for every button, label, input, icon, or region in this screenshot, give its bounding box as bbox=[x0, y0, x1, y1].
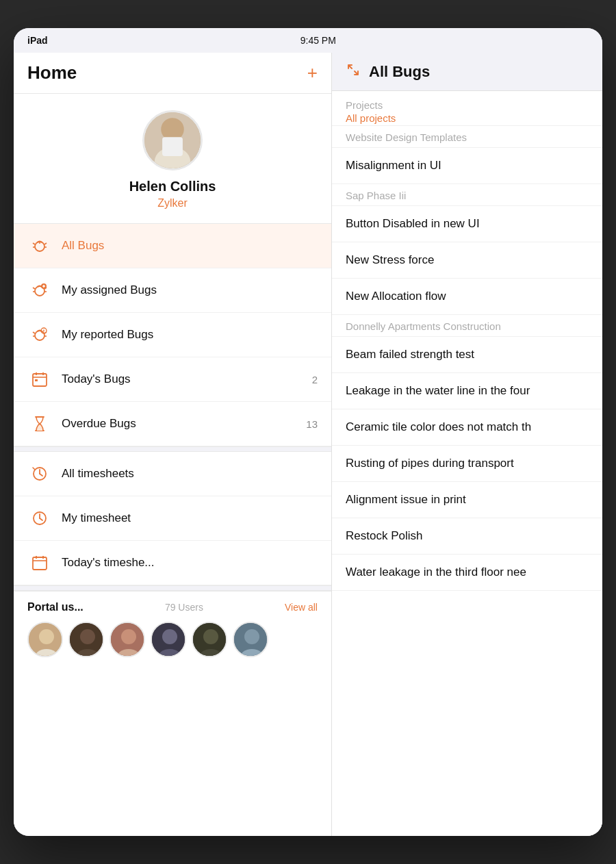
left-header: Home + bbox=[14, 53, 331, 94]
profile-name: Helen Collins bbox=[129, 179, 216, 194]
portal-avatar-2[interactable] bbox=[68, 622, 104, 657]
portal-count: 79 Users bbox=[165, 602, 203, 613]
add-button[interactable]: + bbox=[307, 62, 318, 84]
all-bugs-label: All Bugs bbox=[62, 239, 318, 253]
hourglass-icon bbox=[27, 411, 52, 436]
profile-company: Zylker bbox=[157, 197, 188, 209]
status-bar-left: iPad bbox=[27, 35, 48, 46]
sidebar-item-all-bugs[interactable]: All Bugs bbox=[14, 224, 331, 268]
home-title: Home bbox=[27, 62, 77, 84]
svg-point-42 bbox=[39, 629, 54, 644]
svg-line-33 bbox=[40, 474, 42, 476]
bug-item-beam[interactable]: Beam failed strength test bbox=[332, 337, 602, 373]
todays-bugs-label: Today's Bugs bbox=[62, 372, 312, 386]
bug-title-restock: Restock Polish bbox=[346, 529, 422, 542]
all-timesheets-label: All timesheets bbox=[62, 467, 318, 481]
todays-timesheet-icon bbox=[27, 550, 52, 575]
sidebar-item-overdue-bugs[interactable]: Overdue Bugs 13 bbox=[14, 402, 331, 446]
reported-bug-icon bbox=[27, 322, 52, 347]
bug-item-new-allocation[interactable]: New Allocation flow bbox=[332, 279, 602, 315]
bug-icon bbox=[27, 233, 52, 258]
left-panel: Home + Helen Collins Zylker bbox=[14, 53, 332, 836]
portal-avatar-3[interactable] bbox=[110, 622, 145, 657]
svg-point-45 bbox=[80, 629, 95, 644]
status-bar-time: 9:45 PM bbox=[300, 35, 336, 46]
portal-avatar-6[interactable] bbox=[233, 622, 268, 657]
portal-title: Portal us... bbox=[27, 601, 84, 613]
portal-avatar-4[interactable] bbox=[151, 622, 186, 657]
overdue-bugs-label: Overdue Bugs bbox=[62, 417, 306, 431]
right-panel: All Bugs Projects All projects Website D… bbox=[332, 53, 602, 836]
status-bar: iPad 9:45 PM bbox=[14, 28, 602, 53]
svg-line-5 bbox=[33, 243, 35, 244]
all-projects-link[interactable]: All projects bbox=[346, 112, 589, 124]
my-timesheet-icon bbox=[27, 506, 52, 531]
bug-item-water-leakage-third[interactable]: Water leakage in the third floor nee bbox=[332, 555, 602, 591]
portal-avatar-1[interactable] bbox=[27, 622, 63, 657]
svg-point-48 bbox=[121, 629, 136, 644]
sidebar-item-my-timesheet[interactable]: My timesheet bbox=[14, 496, 331, 541]
bug-item-misalignment[interactable]: Misalignment in UI bbox=[332, 148, 602, 184]
sidebar-item-my-assigned-bugs[interactable]: My assigned Bugs bbox=[14, 268, 331, 313]
svg-line-7 bbox=[44, 243, 47, 244]
all-bugs-page-title: All Bugs bbox=[369, 63, 430, 81]
my-assigned-bugs-label: My assigned Bugs bbox=[62, 283, 318, 297]
svg-line-36 bbox=[40, 518, 42, 520]
portal-section: Portal us... 79 Users View all bbox=[14, 591, 331, 667]
bug-item-leakage[interactable]: Leakage in the water line in the four bbox=[332, 373, 602, 409]
portal-avatars bbox=[27, 622, 318, 657]
nav-divider-2 bbox=[14, 585, 331, 591]
timesheet-icon bbox=[27, 461, 52, 486]
svg-rect-30 bbox=[35, 379, 38, 381]
avatar-image bbox=[144, 112, 201, 168]
bug-title-misalignment: Misalignment in UI bbox=[346, 159, 441, 172]
todays-bugs-badge: 2 bbox=[312, 374, 318, 385]
my-reported-bugs-label: My reported Bugs bbox=[62, 328, 318, 342]
bug-title-new-stress: New Stress force bbox=[346, 253, 434, 266]
bug-item-new-stress[interactable]: New Stress force bbox=[332, 242, 602, 279]
bugs-list: Projects All projects Website Design Tem… bbox=[332, 91, 602, 836]
nav-divider-1 bbox=[14, 446, 331, 452]
sidebar-item-todays-bugs[interactable]: Today's Bugs 2 bbox=[14, 357, 331, 402]
profile-section: Helen Collins Zylker bbox=[14, 94, 331, 224]
svg-rect-3 bbox=[162, 137, 183, 156]
bug-item-ceramic[interactable]: Ceramic tile color does not match th bbox=[332, 409, 602, 446]
bug-item-button-disabled[interactable]: Button Disabled in new UI bbox=[332, 206, 602, 242]
bug-title-button-disabled: Button Disabled in new UI bbox=[346, 217, 480, 230]
section-donnelly: Donnelly Apartments Construction bbox=[332, 315, 602, 337]
bug-title-beam: Beam failed strength test bbox=[346, 348, 474, 361]
svg-point-51 bbox=[162, 629, 177, 644]
app-container: Home + Helen Collins Zylker bbox=[14, 53, 602, 836]
avatar bbox=[142, 110, 203, 170]
overdue-bugs-badge: 13 bbox=[306, 418, 318, 430]
sidebar-item-my-reported-bugs[interactable]: My reported Bugs bbox=[14, 313, 331, 357]
sidebar-item-todays-timesheet[interactable]: Today's timeshe... bbox=[14, 541, 331, 585]
calendar-icon bbox=[27, 367, 52, 392]
projects-label: Projects bbox=[346, 99, 589, 111]
portal-header: Portal us... 79 Users View all bbox=[27, 601, 318, 613]
bug-title-ceramic: Ceramic tile color does not match th bbox=[346, 420, 531, 433]
bug-title-rusting: Rusting of pipes during transport bbox=[346, 457, 514, 470]
svg-point-18 bbox=[35, 331, 44, 340]
right-header: All Bugs bbox=[332, 53, 602, 91]
portal-avatar-5[interactable] bbox=[192, 622, 227, 657]
nav-section: All Bugs bbox=[14, 224, 331, 836]
svg-point-54 bbox=[203, 629, 218, 644]
bug-title-alignment-print: Alignment issue in print bbox=[346, 493, 466, 506]
todays-timesheet-label: Today's timeshe... bbox=[62, 556, 318, 570]
bug-item-restock[interactable]: Restock Polish bbox=[332, 518, 602, 555]
my-timesheet-label: My timesheet bbox=[62, 511, 318, 525]
sidebar-item-all-timesheets[interactable]: All timesheets bbox=[14, 452, 331, 496]
svg-line-19 bbox=[33, 332, 35, 333]
device-frame: iPad 9:45 PM Home + bbox=[14, 28, 602, 836]
bug-item-rusting[interactable]: Rusting of pipes during transport bbox=[332, 446, 602, 482]
expand-icon[interactable] bbox=[346, 62, 361, 81]
bug-title-water-leakage-third: Water leakage in the third floor nee bbox=[346, 566, 526, 579]
portal-view-all[interactable]: View all bbox=[285, 602, 318, 613]
svg-point-57 bbox=[244, 629, 259, 644]
svg-line-11 bbox=[33, 288, 35, 289]
svg-point-25 bbox=[43, 331, 44, 332]
bug-title-leakage: Leakage in the water line in the four bbox=[346, 384, 530, 397]
bug-title-new-allocation: New Allocation flow bbox=[346, 290, 446, 303]
bug-item-alignment-print[interactable]: Alignment issue in print bbox=[332, 482, 602, 518]
